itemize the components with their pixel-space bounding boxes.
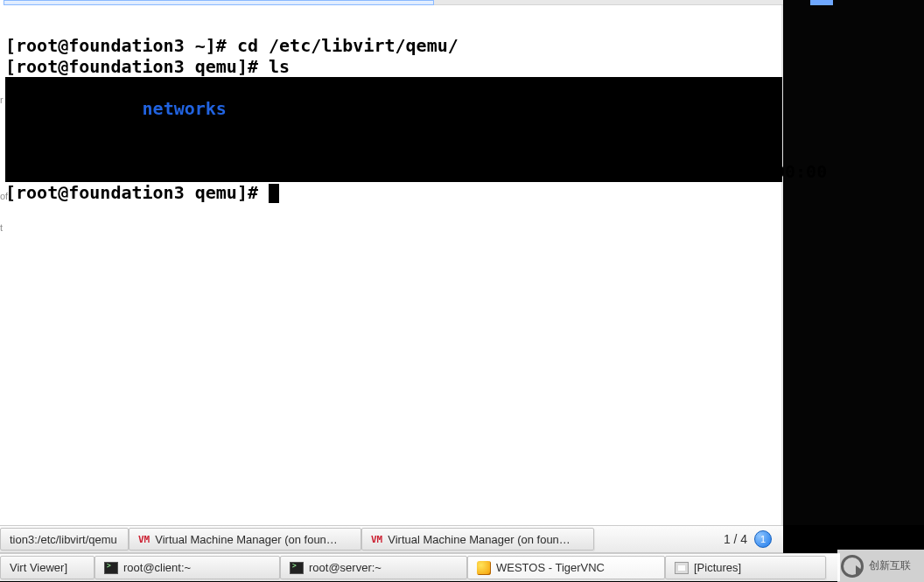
- shell-prompt: [root@foundation3 qemu]#: [5, 56, 269, 77]
- vmm-icon: VM: [371, 534, 382, 545]
- pager-badge: 1: [754, 530, 772, 548]
- shell-prompt: [root@foundation3 qemu]#: [5, 119, 269, 140]
- taskbar-item-vmm[interactable]: VM Virtual Machine Manager (on foun…: [361, 528, 594, 550]
- vnc-viewport[interactable]: r of t [root@foundation3 ~]# cd /etc/lib…: [0, 0, 783, 525]
- taskbar-item-server-term[interactable]: root@server:~: [280, 556, 467, 579]
- ls-output-row: desktop.xml jx.sh rhel7.0-2.xml server.x…: [5, 77, 553, 98]
- shell-command: ls: [269, 56, 290, 77]
- taskbar-item-label: WESTOS - TigerVNC: [496, 561, 605, 574]
- taskbar-item-label: Virt Viewer]: [10, 561, 67, 574]
- taskbar-item-tigervnc[interactable]: WESTOS - TigerVNC: [467, 556, 665, 579]
- taskbar-item-label: Virtual Machine Manager (on foun…: [388, 533, 570, 546]
- taskbar-item-label: root@server:~: [309, 561, 382, 574]
- shell-command: scp wxx.xml root@172.25.254.4:/mnt/: [269, 119, 637, 140]
- folder-icon: [675, 562, 689, 574]
- watermark-logo: 创新互联: [837, 550, 924, 582]
- top-tab-highlight: [4, 0, 434, 5]
- tigervnc-icon: [477, 561, 491, 575]
- shell-prompt: [root@foundation3 ~]#: [5, 35, 237, 56]
- terminal-cursor: [269, 184, 279, 203]
- taskbar-item-label: root@client:~: [123, 561, 191, 574]
- watermark-text: 创新互联: [869, 558, 911, 573]
- ls-output-row: generic.xml networks root@172.25.254.4 w…: [5, 98, 522, 119]
- tiny-highlight: [810, 0, 833, 5]
- shell-prompt: [root@foundation3 qemu]#: [5, 182, 269, 203]
- window-list-row-2: Virt Viewer] root@client:~ root@server:~…: [0, 553, 840, 581]
- obscured-text: t: [0, 222, 3, 233]
- ls-directory-link: networks: [143, 98, 227, 119]
- taskbar-item-terminal[interactable]: tion3:/etc/libvirt/qemu: [0, 528, 129, 550]
- obscured-text: r: [0, 95, 4, 105]
- scp-progress-line: wxx.xml 100% 4067 4.0KB/s 00:00: [5, 161, 827, 182]
- watermark-glyph-icon: [841, 555, 864, 578]
- scp-password-prompt: root@172.25.254.4's password:: [5, 140, 311, 161]
- workspace-pager[interactable]: 1 / 4 1: [712, 525, 783, 553]
- top-tab-grey: [434, 0, 783, 5]
- pager-text: 1 / 4: [724, 532, 747, 546]
- taskbar-item-label: [Pictures]: [694, 561, 741, 574]
- taskbar-item-client-term[interactable]: root@client:~: [94, 556, 280, 579]
- taskbar-item-vmm[interactable]: VM Virtual Machine Manager (on foun…: [129, 528, 361, 550]
- terminal-icon: [104, 562, 118, 574]
- shell-command: cd /etc/libvirt/qemu/: [237, 35, 458, 56]
- taskbar-item-label: Virtual Machine Manager (on foun…: [155, 533, 338, 546]
- taskbar-item-label: tion3:/etc/libvirt/qemu: [10, 533, 117, 546]
- vmm-icon: VM: [138, 534, 150, 545]
- taskbar-item-virt-viewer[interactable]: Virt Viewer]: [0, 556, 94, 579]
- vnc-blank-region: [783, 0, 924, 525]
- window-list-row-1: tion3:/etc/libvirt/qemu VM Virtual Machi…: [0, 525, 783, 553]
- terminal-icon: [290, 562, 304, 574]
- taskbar-item-pictures[interactable]: [Pictures]: [665, 556, 826, 579]
